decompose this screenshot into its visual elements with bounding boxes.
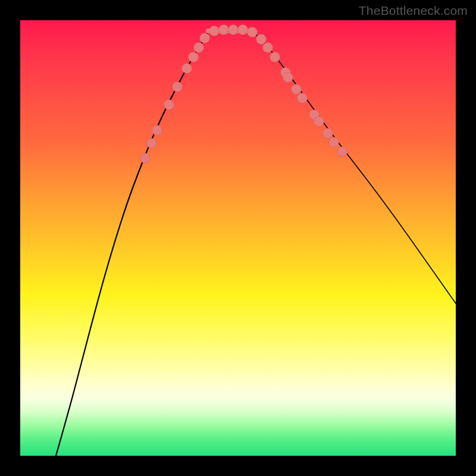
- marker-dot: [147, 139, 157, 149]
- marker-dot: [292, 84, 302, 95]
- marker-dot: [248, 27, 258, 37]
- marker-dot: [164, 100, 174, 110]
- marker-dot: [194, 43, 204, 53]
- marker-dot: [263, 43, 273, 53]
- marker-dot: [270, 52, 280, 62]
- marker-dot: [256, 35, 267, 45]
- marker-dot: [173, 82, 183, 92]
- marker-dot: [298, 93, 308, 104]
- left-curve: [56, 32, 208, 456]
- marker-dot: [182, 64, 192, 74]
- marker-dot: [200, 33, 210, 43]
- marker-dots: [140, 25, 347, 164]
- marker-dot: [314, 117, 324, 127]
- marker-dot: [228, 25, 239, 35]
- marker-dot: [152, 126, 162, 136]
- marker-dot: [209, 26, 220, 36]
- marker-dot: [219, 25, 229, 35]
- chart-svg: [20, 20, 456, 456]
- marker-dot: [323, 129, 333, 139]
- marker-dot: [140, 154, 151, 164]
- marker-dot: [238, 25, 248, 35]
- chart-frame: TheBottleneck.com: [0, 0, 476, 476]
- marker-dot: [189, 52, 199, 62]
- marker-dot: [337, 147, 347, 157]
- marker-dot: [329, 137, 339, 148]
- watermark-text: TheBottleneck.com: [359, 4, 468, 18]
- marker-dot: [283, 73, 293, 83]
